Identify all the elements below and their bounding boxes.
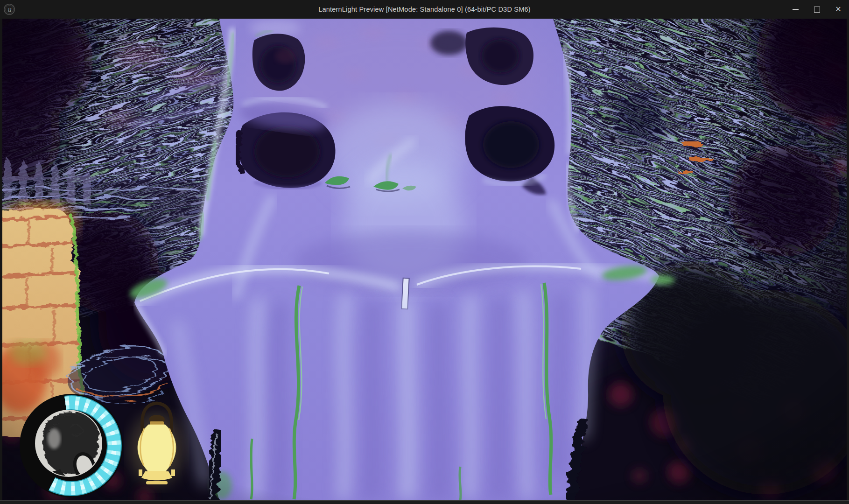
game-viewport[interactable] — [0, 19, 849, 500]
window-frame-right — [847, 19, 849, 500]
maximize-button[interactable] — [806, 0, 828, 19]
window-frame-left — [0, 19, 2, 500]
maximize-icon — [814, 7, 820, 13]
window-frame-bottom — [0, 500, 849, 504]
close-button[interactable]: ✕ — [828, 0, 849, 19]
close-icon: ✕ — [835, 6, 841, 13]
vignette — [0, 19, 849, 500]
window-controls: ✕ — [785, 0, 849, 19]
minimize-icon — [793, 9, 799, 10]
hud-portrait-widget — [20, 394, 123, 497]
svg-text:u: u — [7, 6, 12, 13]
minimize-button[interactable] — [785, 0, 806, 19]
window-title: LanternLight Preview [NetMode: Standalon… — [0, 6, 849, 13]
unreal-engine-logo-icon: u — [0, 0, 19, 19]
title-bar: u LanternLight Preview [NetMode: Standal… — [0, 0, 849, 19]
app-window: u LanternLight Preview [NetMode: Standal… — [0, 0, 849, 504]
